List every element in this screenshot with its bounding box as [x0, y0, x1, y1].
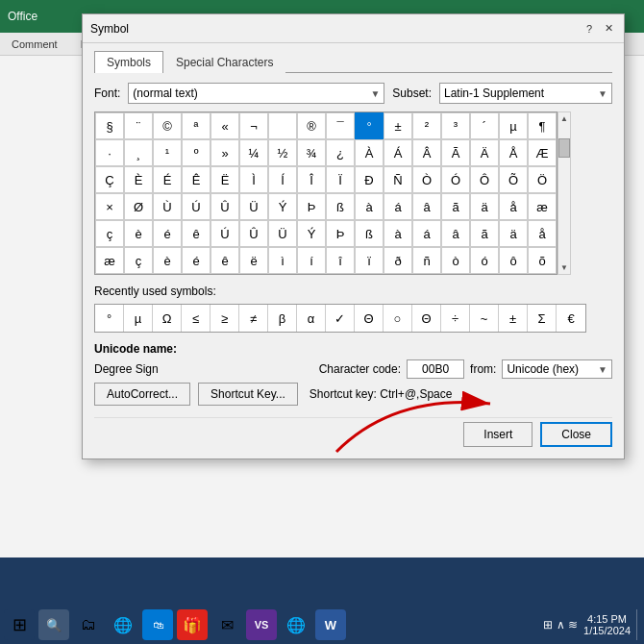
symbol-cell[interactable]: µ [499, 112, 528, 139]
symbol-cell[interactable]: å [499, 193, 528, 220]
recent-symbol-cell[interactable]: ≤ [182, 305, 211, 332]
symbol-cell[interactable]: é [153, 220, 182, 247]
scrollbar-thumb[interactable] [558, 138, 570, 158]
recent-symbol-cell[interactable]: ✓ [326, 305, 355, 332]
recent-symbol-cell[interactable]: ~ [470, 305, 499, 332]
symbol-cell[interactable]: Å [499, 139, 528, 166]
symbol-cell[interactable]: á [412, 220, 441, 247]
taskbar-store[interactable]: 🛍 [142, 609, 173, 640]
symbol-cell[interactable]: À [355, 139, 384, 166]
recent-symbol-cell[interactable]: € [557, 305, 585, 332]
symbol-cell[interactable]: Ä [470, 139, 499, 166]
symbol-cell[interactable]: Ó [441, 166, 470, 193]
subset-select[interactable]: Latin-1 Supplement ▼ [439, 83, 612, 104]
recent-symbol-cell[interactable]: µ [124, 305, 153, 332]
symbol-cell[interactable]: Þ [297, 193, 326, 220]
symbol-cell[interactable]: Á [384, 139, 412, 166]
shortcut-key-button[interactable]: Shortcut Key... [198, 383, 298, 406]
symbol-cell[interactable]: Û [239, 220, 268, 247]
recent-symbol-cell[interactable]: α [297, 305, 326, 332]
symbol-cell[interactable]: Ú [211, 220, 239, 247]
symbol-cell[interactable]: Ý [297, 220, 326, 247]
symbol-cell[interactable]: á [384, 193, 412, 220]
symbol-cell[interactable]: ® [297, 112, 326, 139]
symbol-cell[interactable]: Ç [95, 166, 124, 193]
symbol-cell[interactable]: ¿ [326, 139, 355, 166]
symbol-cell[interactable]: ª [182, 112, 211, 139]
recent-symbol-cell[interactable]: ° [95, 305, 124, 332]
symbol-cell[interactable]: É [153, 166, 182, 193]
symbol-cell[interactable]: î [326, 247, 355, 274]
symbol-cell[interactable]: Ù [153, 193, 182, 220]
symbol-cell[interactable]: ¾ [297, 139, 326, 166]
symbol-cell[interactable]: ¹ [153, 139, 182, 166]
symbol-cell[interactable]: æ [95, 247, 124, 274]
symbol-cell[interactable]: ç [95, 220, 124, 247]
recent-symbol-cell[interactable]: ○ [384, 305, 412, 332]
symbol-cell[interactable]: Ã [441, 139, 470, 166]
symbol-cell[interactable]: ð [384, 247, 412, 274]
tab-special-characters[interactable]: Special Characters [163, 51, 285, 73]
taskbar-start[interactable]: ⊞ [4, 609, 35, 640]
grid-scrollbar[interactable]: ▲ ▼ [557, 111, 571, 275]
symbol-cell[interactable]: ß [326, 193, 355, 220]
show-desktop-button[interactable] [636, 609, 640, 640]
symbol-cell[interactable]: Ñ [384, 166, 412, 193]
charcode-input[interactable] [407, 359, 464, 379]
recent-symbol-cell[interactable]: ÷ [441, 305, 470, 332]
symbol-cell[interactable]: æ [528, 193, 557, 220]
symbol-cell[interactable]: · [95, 139, 124, 166]
symbol-cell[interactable]: ñ [412, 247, 441, 274]
symbol-cell[interactable]: é [182, 247, 211, 274]
recent-symbol-cell[interactable]: Θ [412, 305, 441, 332]
symbol-cell[interactable]: ¼ [239, 139, 268, 166]
recent-symbol-cell[interactable]: ≥ [211, 305, 239, 332]
symbol-cell[interactable]: ¯ [326, 112, 355, 139]
symbol-cell[interactable]: ¬ [239, 112, 268, 139]
symbol-cell[interactable]: Ô [470, 166, 499, 193]
taskbar-search[interactable]: 🔍 [38, 609, 69, 640]
symbol-cell[interactable]: à [384, 220, 412, 247]
symbol-cell[interactable]: © [153, 112, 182, 139]
symbol-cell[interactable]: ½ [268, 139, 297, 166]
recent-symbol-cell[interactable]: Ω [153, 305, 182, 332]
symbol-cell[interactable]: ß [355, 220, 384, 247]
symbol-cell[interactable]: ¨ [124, 112, 153, 139]
symbol-cell[interactable]: Ï [326, 166, 355, 193]
help-button[interactable]: ? [582, 21, 597, 37]
symbol-cell[interactable]: Í [268, 166, 297, 193]
symbol-cell[interactable]: Û [211, 193, 239, 220]
symbol-cell[interactable]: ã [470, 220, 499, 247]
symbol-cell[interactable]: è [124, 220, 153, 247]
symbol-cell[interactable]: â [441, 220, 470, 247]
taskbar-gift[interactable]: 🎁 [177, 609, 208, 640]
symbol-cell[interactable]: Ø [124, 193, 153, 220]
symbol-cell[interactable]: ¶ [528, 112, 557, 139]
symbol-cell[interactable]: » [211, 139, 239, 166]
tab-symbols[interactable]: Symbols [94, 51, 163, 73]
taskbar-chrome[interactable]: 🌐 [281, 609, 311, 640]
symbol-cell[interactable]: Ò [412, 166, 441, 193]
taskbar-mail[interactable]: ✉ [211, 609, 242, 640]
symbol-cell[interactable]: Ë [211, 166, 239, 193]
symbol-cell[interactable]: â [412, 193, 441, 220]
autocorrect-button[interactable]: AutoCorrect... [94, 383, 190, 406]
symbol-cell[interactable]: Ü [268, 220, 297, 247]
symbol-cell[interactable]: Þ [326, 220, 355, 247]
symbol-cell[interactable]: Ú [182, 193, 211, 220]
symbol-cell[interactable]: ç [124, 247, 153, 274]
symbol-cell[interactable]: ì [268, 247, 297, 274]
symbol-cell[interactable]: à [355, 193, 384, 220]
recent-symbol-cell[interactable]: ± [499, 305, 528, 332]
symbol-cell[interactable]: ê [182, 220, 211, 247]
symbol-cell[interactable]: ± [384, 112, 412, 139]
taskbar-word[interactable]: W [315, 609, 346, 640]
scroll-up-arrow[interactable]: ▲ [558, 112, 570, 125]
taskbar-file-explorer[interactable]: 🗂 [73, 609, 104, 640]
recent-symbol-cell[interactable]: Θ [355, 305, 384, 332]
recent-symbol-cell[interactable]: β [268, 305, 297, 332]
symbol-cell[interactable]: å [528, 220, 557, 247]
symbol-cell[interactable]: Â [412, 139, 441, 166]
symbol-cell[interactable]: ê [211, 247, 239, 274]
symbol-cell[interactable]: ² [412, 112, 441, 139]
